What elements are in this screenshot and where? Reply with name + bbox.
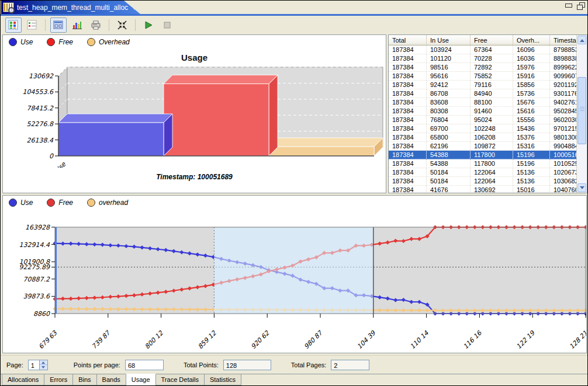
table-row[interactable]: 18738495616758521591690996076 [389,72,587,81]
table-cell: 15196 [513,159,550,168]
legend-label: Use [20,199,33,207]
column-header[interactable]: Overh... [513,35,550,46]
table-cell: 187384 [389,107,427,116]
table-row[interactable]: 187384101120702281603688988383 [389,54,587,63]
table-row[interactable]: 187384658001062081537698013001 [389,133,587,142]
axis-tick-label: 70887.2 [23,276,50,283]
table-row[interactable]: 1873844167613069215016104076073 [389,186,587,194]
bottom-tab-trace-details[interactable]: Trace Details [155,374,205,385]
axis-tick-label: 26138.4 [27,137,54,144]
spin-down-icon[interactable] [40,365,47,370]
chart-view-icon[interactable] [69,18,85,33]
table-row[interactable]: 1873845018412206415136102067381 [389,168,587,177]
table-cell: 70228 [471,54,513,63]
bar-free[interactable] [164,84,269,156]
legend-item: overhead [87,199,128,207]
column-header[interactable]: In Use [427,35,471,46]
bottom-tab-bins[interactable]: Bins [72,374,96,385]
table-cell: 41676 [427,186,471,194]
close-icon[interactable]: ✕ [133,4,139,12]
table-cell: 117800 [471,151,513,159]
table-cell: 15136 [513,168,550,177]
band-fade-overlay [214,227,373,314]
table-cell: 15916 [513,72,550,81]
form-view-icon[interactable] [50,18,67,33]
table-row[interactable]: 1873845438811780015196101052536 [389,159,587,168]
table-row[interactable]: 1873845438811780015196100051689 [389,151,587,159]
table-row[interactable]: 187384103924673641609687988536 [389,46,587,54]
bottom-tab-bands[interactable]: Bands [96,374,126,385]
table-row[interactable]: 18738498516728921597689996229 [389,63,587,72]
bottom-tab-statistics[interactable]: Statistics [204,374,241,385]
maximize-view-icon[interactable] [576,2,584,9]
print-icon[interactable] [88,18,104,33]
table-cell: 15196 [513,151,550,159]
bar-top [58,114,172,123]
table-row[interactable]: 18738483608881001567694027611 [389,98,587,107]
table-cell: 187384 [389,124,427,133]
bottom-tab-allocations[interactable]: Allocations [2,374,44,385]
timestamp-annotation: Timestamp: 100051689 [3,173,386,181]
scroll-down-icon[interactable] [577,183,586,192]
bar-use[interactable] [58,123,164,156]
view-tab[interactable]: test_heap_mem_thread_multi_alloc ✕ [1,1,140,14]
usage-bar-chart: 026138.452276.878415.2104553.6130692Use [3,65,386,168]
table-row[interactable]: 18738480308914601561695028458 [389,107,587,116]
minimize-view-icon[interactable] [565,2,573,9]
page-input[interactable]: 1 [28,360,40,370]
axis-tick-label: 980 87 [303,329,325,350]
table-row[interactable]: 187384697001022481543697012154 [389,124,587,133]
axis-tick-label: 163928 [25,224,50,231]
table-cell: 117800 [471,159,513,168]
trace-file-icon [3,2,14,12]
table-cell: 187384 [389,81,427,89]
table-row[interactable]: 18738486708849401573693011767 [389,89,587,98]
scroll-up-icon[interactable] [577,36,586,44]
points-per-page-input[interactable]: 68 [125,360,164,370]
table-cell: 15316 [513,142,550,151]
legend-item: Use [9,199,33,207]
bar-overhead[interactable] [269,147,374,156]
table-cell: 50184 [427,168,471,177]
page-spinner[interactable]: 1 [28,360,48,370]
table-cell: 92412 [427,81,471,89]
table-row[interactable]: 1873845018412206415136103068228 [389,177,587,186]
table-cell: 16096 [513,46,550,54]
table-row[interactable]: 18738476804950241555696020306 [389,116,587,124]
usage-table-panel: TotalIn UseFreeOverh...Timestamp 1873841… [388,34,587,193]
scrollbar-thumb[interactable] [577,77,586,144]
stop-icon[interactable] [159,18,175,33]
legend-label: Overhead [99,38,130,46]
table-cell: 122064 [471,168,513,177]
table-cell: 130692 [471,186,513,194]
table-row[interactable]: 18738492412791161585692011920 [389,81,587,89]
table-row[interactable]: 187384621961098721531699048843 [389,142,587,151]
toolbar-separator [45,19,46,31]
axis-tick-label: 122 19 [515,329,537,350]
column-header[interactable]: Free [471,35,513,46]
axis-tick-label: Use [53,160,68,168]
legend-item: Free [47,38,73,46]
table-cell: 76804 [427,116,471,124]
bottom-tab-usage[interactable]: Usage [126,374,156,386]
bottom-tab-errors[interactable]: Errors [44,374,73,385]
usage-line-chart[interactable]: 886039873.670887.2101900.8132914.4163928… [3,210,586,350]
grid-settings-icon[interactable] [5,18,22,33]
table-scrollbar[interactable] [576,35,587,193]
run-icon[interactable] [140,18,157,33]
table-cell: 15436 [513,124,550,133]
table-cell: 95024 [471,116,513,124]
table-cell: 187384 [389,133,427,142]
list-settings-icon[interactable] [24,18,40,33]
table-cell: 62196 [427,142,471,151]
axis-tick-label: 116 16 [462,329,483,350]
spin-up-icon[interactable] [40,360,47,366]
total-pages-label: Total Pages: [291,361,327,368]
legend-dot-icon [87,199,95,207]
legend-dot-icon [87,38,95,46]
app-window: test_heap_mem_thread_multi_alloc ✕ [0,0,588,386]
fit-window-icon[interactable] [114,18,130,33]
table-cell: 15616 [513,107,550,116]
bar-legend: UseFreeOverhead [9,38,130,46]
column-header[interactable]: Total [389,35,427,46]
